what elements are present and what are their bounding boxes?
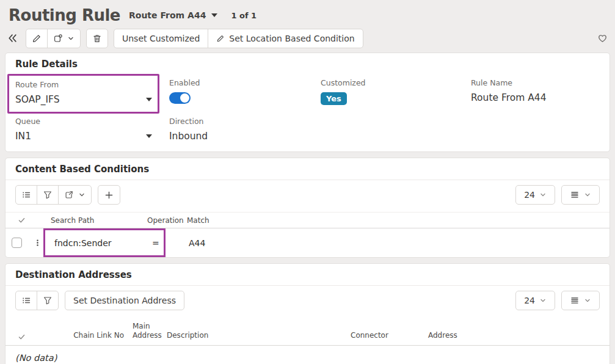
page-size-dropdown[interactable]: 24 [516,291,555,310]
unset-customized-label: Unset Customized [122,34,200,43]
content-conditions-toolbar: 24 [5,180,610,212]
route-from-field: Route From SOAP_IFS [15,78,169,107]
caret-down-icon [146,98,152,101]
heart-icon [597,33,608,43]
chevron-down-icon [539,191,547,198]
column-header-connector[interactable]: Connector [351,331,428,341]
list-actions-group [15,185,92,205]
content-conditions-title: Content Based Conditions [5,158,610,180]
customize-stamp-icon [53,34,63,43]
set-destination-group: Set Destination Address [65,291,184,310]
content-conditions-card: Content Based Conditions [5,158,610,258]
enabled-field: Enabled [169,78,321,107]
queue-select[interactable]: IN1 [15,131,152,142]
cell-search-path[interactable]: fndcn:Sender [46,238,142,248]
cell-operation[interactable]: = [142,238,181,248]
enabled-toggle[interactable] [169,92,191,104]
rule-name-label: Rule Name [471,78,600,87]
select-all-check-icon [18,333,40,341]
page-size-dropdown[interactable]: 24 [516,186,555,204]
list-icon [21,296,31,305]
add-row-group [98,185,120,205]
destination-addresses-card: Destination Addresses Set Destination Ad… [5,263,610,364]
multi-select-button[interactable] [16,186,37,204]
export-icon [64,190,74,200]
page-size-group: 24 [515,185,555,205]
filter-button[interactable] [37,186,58,204]
customized-field: Customized Yes [321,78,471,107]
chevron-down-icon [67,35,75,42]
queue-field: Queue IN1 [15,117,169,142]
multi-select-button[interactable] [16,291,37,310]
density-menu-button[interactable] [562,186,599,204]
density-menu-button[interactable] [562,291,599,310]
destination-addresses-toolbar: Set Destination Address 24 [5,286,610,318]
customized-badge: Yes [321,92,347,105]
caret-down-icon [146,134,152,138]
density-menu-icon [570,190,580,200]
page-title: Routing Rule [9,6,120,24]
column-header-operation[interactable]: Operation [142,216,181,225]
rule-details-card: Rule Details Route From SOAP_IFS Enabled… [5,53,610,152]
page-size-value: 24 [524,190,535,200]
edit-button[interactable] [26,29,47,48]
column-header-description[interactable]: Description [167,331,351,341]
caret-down-icon [211,13,217,17]
customized-label: Customized [321,78,471,87]
list-icon [21,190,31,200]
rule-name-value: Route From A44 [471,92,600,103]
enabled-label: Enabled [169,78,321,87]
select-all-cell[interactable] [5,333,40,341]
favorite-button[interactable] [595,31,610,46]
delete-button-group [86,29,108,48]
column-header-chain-link-no[interactable]: Chain Link No [40,331,124,341]
rule-name-field: Rule Name Route From A44 [471,78,600,107]
filter-funnel-icon [43,190,53,200]
list-actions-group [15,291,59,310]
route-from-select[interactable]: SOAP_IFS [15,94,152,105]
collapse-toolbar-button[interactable] [5,31,20,46]
destination-addresses-title: Destination Addresses [5,264,610,286]
delete-button[interactable] [87,29,107,48]
queue-value: IN1 [15,131,31,142]
cell-match[interactable]: A44 [181,238,610,248]
plus-icon [104,190,114,200]
set-location-condition-button[interactable]: Set Location Based Condition [208,29,362,48]
density-group [561,185,600,205]
add-condition-button[interactable] [98,186,120,204]
select-all-cell[interactable] [5,216,46,224]
unset-customized-button[interactable]: Unset Customized [114,29,208,48]
export-menu-button[interactable] [58,186,91,204]
route-from-label: Route From [15,80,151,89]
destinations-table-header: Chain Link No Main Address Description C… [5,318,610,346]
direction-field: Direction Inbound [169,117,321,142]
column-header-address[interactable]: Address [428,331,610,341]
command-toolbar: Unset Customized Set Location Based Cond… [0,27,615,53]
select-all-check-icon [18,216,26,224]
filter-button[interactable] [37,291,58,310]
set-destination-address-button[interactable]: Set Destination Address [65,291,184,310]
pencil-icon [216,34,225,43]
condition-row[interactable]: fndcn:Sender = A44 [5,228,610,257]
density-menu-icon [570,296,580,305]
column-header-main-address[interactable]: Main Address [133,322,162,341]
set-destination-address-label: Set Destination Address [73,296,176,305]
titlebar: Routing Rule Route From A44 1 of 1 [0,0,615,27]
conditions-table-header: Search Path Operation Match [5,212,610,228]
chevron-down-icon [584,297,591,304]
queue-label: Queue [15,117,169,126]
column-header-search-path[interactable]: Search Path [46,216,142,225]
column-header-match[interactable]: Match [181,216,610,225]
customize-menu-button[interactable] [47,29,80,48]
chevron-down-icon [78,191,86,198]
chevrons-left-icon [7,33,18,43]
route-from-highlight: Route From SOAP_IFS [7,74,159,114]
row-checkbox[interactable] [12,238,22,248]
kebab-menu-icon[interactable] [34,238,42,247]
set-location-condition-label: Set Location Based Condition [229,34,354,43]
rule-details-fields: Route From SOAP_IFS Enabled Customized Y… [5,75,610,151]
direction-label: Direction [169,117,321,126]
direction-value: Inbound [169,131,321,142]
record-selector-dropdown[interactable]: Route From A44 [129,10,217,20]
pencil-icon [32,34,42,43]
